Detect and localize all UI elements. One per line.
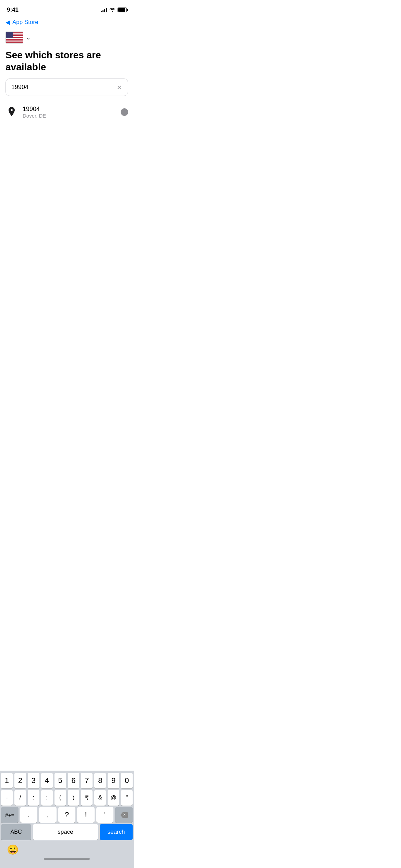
location-icon [5, 106, 18, 118]
svg-rect-9 [6, 40, 23, 41]
clear-button[interactable]: ✕ [115, 83, 123, 92]
result-zip: 19904 [23, 106, 116, 113]
svg-rect-13 [6, 32, 13, 38]
page-heading: See which stores are available [0, 46, 134, 79]
svg-rect-10 [6, 40, 23, 41]
result-text: 19904 Dover, DE [23, 106, 116, 119]
wifi-icon [109, 7, 115, 13]
status-time: 9:41 [7, 7, 19, 13]
search-container: ✕ [5, 79, 128, 96]
battery-icon [118, 8, 127, 12]
result-list: 19904 Dover, DE [0, 103, 134, 121]
svg-rect-7 [6, 38, 23, 39]
back-button[interactable]: ◀ App Store [5, 19, 38, 26]
svg-rect-12 [6, 42, 23, 43]
country-selector[interactable]: ⌄ [0, 29, 134, 46]
status-icons [101, 7, 127, 13]
zip-search-input[interactable] [5, 79, 128, 96]
nav-bar: ◀ App Store [0, 17, 134, 29]
status-bar: 9:41 [0, 0, 134, 17]
signal-icon [101, 8, 107, 12]
result-dot-indicator [121, 108, 128, 116]
result-city: Dover, DE [23, 113, 116, 119]
back-label: App Store [12, 19, 38, 26]
svg-rect-11 [6, 41, 23, 43]
pin-icon [8, 107, 16, 117]
back-arrow-icon: ◀ [5, 19, 10, 26]
result-item[interactable]: 19904 Dover, DE [5, 103, 128, 121]
chevron-down-icon: ⌄ [26, 34, 31, 41]
us-flag-icon [5, 32, 23, 44]
svg-rect-8 [6, 39, 23, 40]
